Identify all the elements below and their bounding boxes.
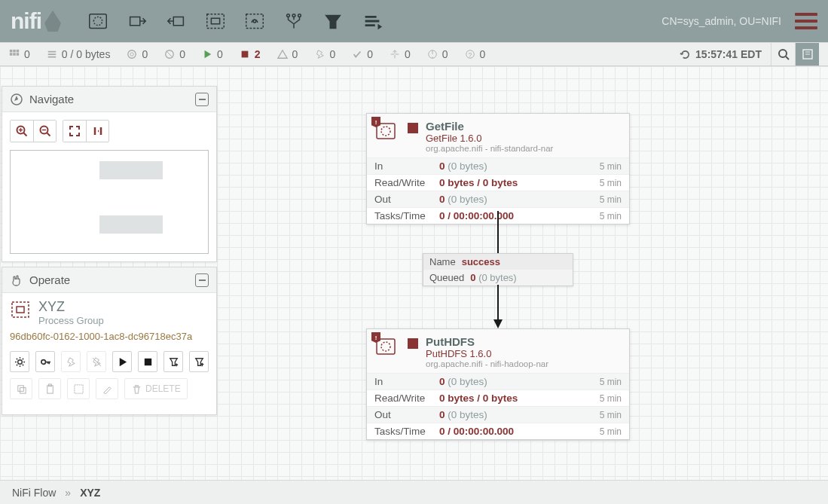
status-running: 0 — [202, 48, 223, 60]
zoom-actual-button[interactable] — [86, 121, 108, 142]
svg-point-39 — [381, 342, 390, 351]
color-button — [96, 378, 118, 399]
breadcrumb-current[interactable]: XYZ — [80, 487, 100, 499]
svg-point-5 — [287, 14, 290, 17]
svg-rect-30 — [144, 358, 151, 365]
compass-icon — [10, 93, 23, 106]
status-queue: 0 / 0 bytes — [47, 48, 111, 60]
connection-arrow — [497, 285, 499, 321]
svg-rect-11 — [10, 53, 13, 56]
connection-success[interactable]: Namesuccess Queued0 (0 bytes) — [423, 253, 573, 286]
svg-rect-3 — [246, 14, 264, 29]
drag-funnel-icon[interactable] — [283, 10, 305, 32]
operate-title: Operate — [29, 273, 70, 286]
svg-rect-12 — [13, 53, 16, 56]
svg-rect-26 — [12, 302, 29, 317]
svg-rect-33 — [47, 385, 53, 393]
processor-icon — [374, 132, 397, 145]
stopped-state-icon — [408, 338, 418, 349]
configure-button[interactable] — [10, 351, 29, 372]
status-stopped: 2 — [240, 48, 261, 60]
svg-rect-27 — [17, 307, 24, 313]
breadcrumb-root[interactable]: NiFi Flow — [12, 487, 56, 499]
delete-button: DELETE — [124, 378, 188, 399]
birdseye-item — [99, 161, 163, 179]
nifi-logo: nifi — [11, 8, 61, 34]
connection-arrow — [497, 211, 499, 254]
svg-rect-17 — [241, 51, 248, 58]
nifi-drop-icon — [44, 11, 61, 32]
copy-button — [10, 378, 32, 399]
current-user: CN=sys_admin, OU=NIFI — [661, 15, 781, 27]
svg-rect-13 — [17, 53, 20, 56]
operate-collapse-icon[interactable] — [195, 273, 209, 287]
svg-rect-1 — [207, 14, 225, 29]
svg-rect-0 — [90, 14, 107, 29]
processor-bundle: org.apache.nifi - nifi-standard-nar — [426, 144, 622, 153]
bulletin-button[interactable] — [795, 43, 819, 66]
disable-button — [87, 351, 106, 372]
svg-rect-8 — [10, 50, 13, 53]
status-threads: 0 — [9, 48, 30, 60]
navigate-collapse-icon[interactable] — [195, 93, 209, 106]
status-disabled: 0 — [314, 48, 335, 60]
status-locally-modified: 0 — [390, 48, 411, 60]
svg-rect-36 — [377, 124, 395, 139]
breadcrumb-separator: » — [65, 487, 71, 499]
svg-point-37 — [381, 127, 390, 136]
birdseye-view[interactable] — [10, 150, 209, 254]
svg-rect-31 — [17, 385, 23, 391]
processor-puthdfs[interactable]: ! PutHDFS PutHDFS 1.6.0 org.apache.nifi … — [366, 328, 630, 440]
drag-label-icon[interactable] — [361, 10, 383, 32]
operate-target-name: XYZ — [38, 299, 104, 315]
processor-version: GetFile 1.6.0 — [426, 133, 622, 144]
process-group-icon — [10, 299, 31, 320]
zoom-out-button[interactable] — [33, 121, 56, 142]
drag-output-port-icon[interactable] — [165, 10, 188, 32]
search-button[interactable] — [771, 43, 795, 66]
start-button[interactable] — [112, 351, 132, 372]
zoom-in-button[interactable] — [11, 121, 33, 142]
processor-version: PutHDFS 1.6.0 — [426, 348, 622, 359]
flow-canvas[interactable]: Navigate Operate — [0, 66, 828, 480]
stop-button[interactable] — [138, 351, 157, 372]
drag-process-group-icon[interactable] — [204, 10, 227, 32]
global-menu-icon[interactable] — [795, 13, 817, 29]
processor-icon — [374, 347, 397, 360]
svg-rect-35 — [74, 384, 82, 393]
status-invalid: 0 — [277, 48, 298, 60]
drag-template-icon[interactable] — [322, 10, 344, 32]
svg-text:?: ? — [468, 51, 472, 59]
logo-text: nifi — [11, 8, 41, 34]
processor-name: PutHDFS — [426, 335, 622, 348]
security-badge-icon: ! — [371, 117, 380, 127]
zoom-fit-button[interactable] — [63, 121, 86, 142]
group-button — [67, 378, 90, 399]
drag-remote-process-group-icon[interactable] — [243, 10, 266, 32]
processor-getfile[interactable]: ! GetFile GetFile 1.6.0 org.apache.nifi … — [366, 113, 630, 225]
operate-uuid: 96db60fc-0162-1000-1ac8-dc96718ec37a — [10, 331, 209, 342]
svg-point-28 — [17, 359, 22, 364]
navigate-title: Navigate — [29, 93, 74, 105]
arrow-head-icon — [493, 319, 503, 328]
status-stale: 0 — [427, 48, 448, 60]
upload-template-button[interactable] — [189, 351, 209, 372]
svg-point-29 — [41, 359, 45, 364]
drag-input-port-icon[interactable] — [126, 10, 148, 32]
svg-point-15 — [130, 53, 133, 56]
drag-processor-icon[interactable] — [87, 10, 109, 32]
stopped-state-icon — [408, 123, 418, 133]
create-template-button[interactable] — [163, 351, 183, 372]
access-key-button[interactable] — [35, 351, 55, 372]
svg-point-21 — [779, 50, 787, 57]
status-transmitting: 0 — [127, 48, 148, 60]
svg-point-14 — [128, 50, 136, 59]
svg-rect-9 — [13, 50, 16, 53]
status-sync-failure: ?0 — [465, 48, 486, 60]
birdseye-item — [99, 215, 163, 234]
operate-panel: Operate XYZ Process Group 96db60fc-0162-… — [2, 267, 217, 415]
status-uptodate: 0 — [352, 48, 373, 60]
svg-rect-2 — [211, 18, 219, 24]
processor-name: GetFile — [426, 120, 622, 133]
enable-button — [61, 351, 81, 372]
